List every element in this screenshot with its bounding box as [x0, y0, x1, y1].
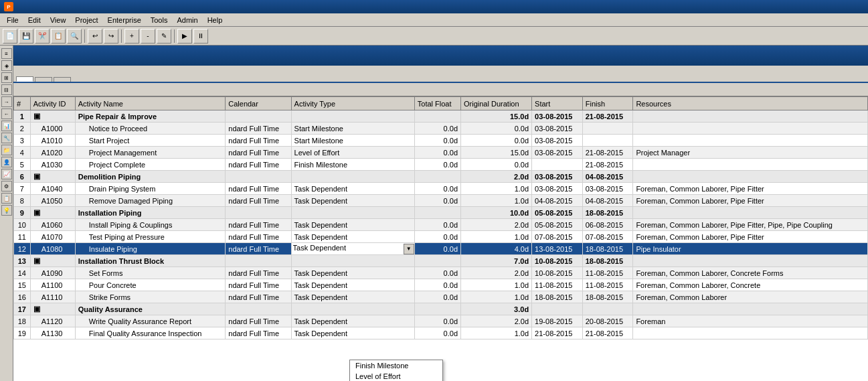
- toolbar-btn-9[interactable]: -: [141, 29, 155, 44]
- table-row[interactable]: 8A1050Remove Damaged Pipingndard Full Ti…: [14, 195, 868, 207]
- toolbar-btn-3[interactable]: ✂️: [35, 29, 50, 44]
- sidebar-icon-11[interactable]: 📈: [1, 169, 12, 179]
- table-row[interactable]: 15A1100Pour Concretendard Full TimeTask …: [14, 279, 868, 291]
- col-num: #: [14, 97, 31, 110]
- sidebar-icon-14[interactable]: 💡: [1, 205, 12, 216]
- table-row[interactable]: 19A1130Final Quality Assurance Inspectio…: [14, 327, 868, 339]
- col-activity-type: Activity Type: [291, 97, 414, 110]
- table-row[interactable]: 9▣Installation Piping10.0d05-08-201518-0…: [14, 207, 868, 219]
- col-activity-id: Activity ID: [30, 97, 75, 110]
- toolbar-btn-8[interactable]: +: [124, 29, 139, 44]
- tab-resources[interactable]: [54, 77, 71, 82]
- toolbar-btn-11[interactable]: ▶: [177, 29, 192, 44]
- toolbar-btn-10[interactable]: ✎: [157, 29, 171, 44]
- sidebar-icon-7[interactable]: 📊: [1, 121, 12, 131]
- table-row[interactable]: 16A1110Strike Formsndard Full TimeTask D…: [14, 291, 868, 303]
- sidebar-icon-6[interactable]: ←: [1, 108, 12, 119]
- dropdown-item[interactable]: Finish Milestone: [350, 360, 442, 371]
- menu-item-project[interactable]: Project: [71, 15, 102, 25]
- sidebar: ≡ ◈ ⊞ ⊟ → ← 📊 🔧 📁 👤 📈 ⚙ 📋 💡: [0, 46, 13, 381]
- expand-icon[interactable]: ▣: [33, 208, 40, 217]
- content-area: # Activity ID Activity Name Calendar Act…: [13, 46, 868, 381]
- col-finish: Finish: [582, 97, 633, 110]
- dropdown-item[interactable]: Level of Effort: [350, 371, 442, 381]
- toolbar-sep-3: [174, 29, 175, 43]
- toolbar-btn-4[interactable]: 📋: [51, 29, 66, 44]
- table-row[interactable]: 17▣Quality Assurance3.0d: [14, 303, 868, 315]
- col-activity-name: Activity Name: [75, 97, 226, 110]
- menu-item-admin[interactable]: Admin: [173, 15, 201, 25]
- menu-item-edit[interactable]: Edit: [24, 15, 45, 25]
- table-row[interactable]: 2A1000Notice to Proceedndard Full TimeSt…: [14, 123, 868, 135]
- table-container[interactable]: # Activity ID Activity Name Calendar Act…: [13, 96, 868, 381]
- expand-icon[interactable]: ▣: [33, 172, 40, 181]
- toolbar-btn-2[interactable]: 💾: [19, 29, 33, 44]
- menu-item-help[interactable]: Help: [203, 15, 227, 25]
- table-row[interactable]: 13▣Installation Thrust Block7.0d10-08-20…: [14, 255, 868, 267]
- col-resources: Resources: [633, 97, 868, 110]
- activity-type-dropdown-btn[interactable]: ▼: [404, 244, 414, 254]
- table-row[interactable]: 1▣Pipe Repair & Improve15.0d03-08-201521…: [14, 110, 868, 123]
- table-row[interactable]: 3A1010Start Projectndard Full TimeStart …: [14, 135, 868, 147]
- table-row[interactable]: 4A1020Project Managementndard Full TimeL…: [14, 147, 868, 159]
- toolbar-sep-1: [84, 29, 85, 43]
- main-container: ≡ ◈ ⊞ ⊟ → ← 📊 🔧 📁 👤 📈 ⚙ 📋 💡: [0, 46, 868, 381]
- expand-icon[interactable]: ▣: [33, 256, 40, 265]
- tab-bar: [13, 66, 868, 83]
- app-icon: P: [4, 2, 13, 11]
- col-original-duration: Original Duration: [461, 97, 532, 110]
- sidebar-icon-8[interactable]: 🔧: [1, 133, 12, 143]
- menu-item-tools[interactable]: Tools: [147, 15, 172, 25]
- title-bar: P: [0, 0, 868, 13]
- activity-type-dropdown[interactable]: Finish MilestoneLevel of EffortResource …: [349, 360, 443, 381]
- activity-type-input[interactable]: [292, 243, 404, 252]
- toolbar-sep-2: [121, 29, 122, 43]
- table-row[interactable]: 18A1120Write Quality Assurance Reportnda…: [14, 315, 868, 327]
- menu-bar: FileEditViewProjectEnterpriseToolsAdminH…: [0, 13, 868, 27]
- filter-bar: [13, 83, 868, 96]
- tab-activities[interactable]: [16, 76, 33, 82]
- menu-item-enterprise[interactable]: Enterprise: [104, 15, 145, 25]
- col-calendar: Calendar: [226, 97, 291, 110]
- col-total-float: Total Float: [414, 97, 460, 110]
- toolbar-btn-12[interactable]: ⏸: [193, 29, 208, 44]
- sidebar-icon-3[interactable]: ⊞: [1, 72, 12, 83]
- toolbar: 📄 💾 ✂️ 📋 🔍 ↩ ↪ + - ✎ ▶ ⏸: [0, 27, 868, 46]
- table-header-row: # Activity ID Activity Name Calendar Act…: [14, 97, 868, 110]
- table-row[interactable]: 6▣Demolition Piping2.0d03-08-201504-08-2…: [14, 171, 868, 183]
- activities-table: # Activity ID Activity Name Calendar Act…: [13, 96, 868, 339]
- sidebar-icon-10[interactable]: 👤: [1, 157, 12, 167]
- table-row[interactable]: 10A1060Install Piping & Couplingsndard F…: [14, 219, 868, 231]
- toolbar-btn-7[interactable]: ↪: [104, 29, 118, 44]
- toolbar-btn-5[interactable]: 🔍: [67, 29, 82, 44]
- sidebar-icon-5[interactable]: →: [1, 96, 12, 107]
- sidebar-icon-12[interactable]: ⚙: [1, 181, 12, 192]
- table-row[interactable]: 7A1040Drain Piping Systemndard Full Time…: [14, 183, 868, 195]
- table-row[interactable]: 14A1090Set Formsndard Full TimeTask Depe…: [14, 267, 868, 279]
- expand-icon[interactable]: ▣: [33, 305, 40, 313]
- sidebar-icon-13[interactable]: 📋: [1, 193, 12, 204]
- sidebar-icon-1[interactable]: ≡: [1, 48, 12, 59]
- col-start: Start: [532, 97, 583, 110]
- table-row[interactable]: 5A1030Project Completendard Full TimeFin…: [14, 159, 868, 171]
- menu-item-view[interactable]: View: [46, 15, 70, 25]
- tab-projects[interactable]: [35, 77, 52, 82]
- activities-header: [13, 46, 868, 66]
- sidebar-icon-2[interactable]: ◈: [1, 60, 12, 71]
- toolbar-btn-1[interactable]: 📄: [3, 29, 17, 44]
- toolbar-btn-6[interactable]: ↩: [88, 29, 102, 44]
- sidebar-icon-9[interactable]: 📁: [1, 145, 12, 155]
- table-row[interactable]: 11A1070Test Piping at Pressurendard Full…: [14, 231, 868, 243]
- menu-item-file[interactable]: File: [3, 15, 23, 25]
- sidebar-icon-4[interactable]: ⊟: [1, 84, 12, 95]
- table-row[interactable]: 12A1080Insulate Pipingndard Full Time▼0.…: [14, 243, 868, 255]
- expand-icon[interactable]: ▣: [33, 112, 40, 121]
